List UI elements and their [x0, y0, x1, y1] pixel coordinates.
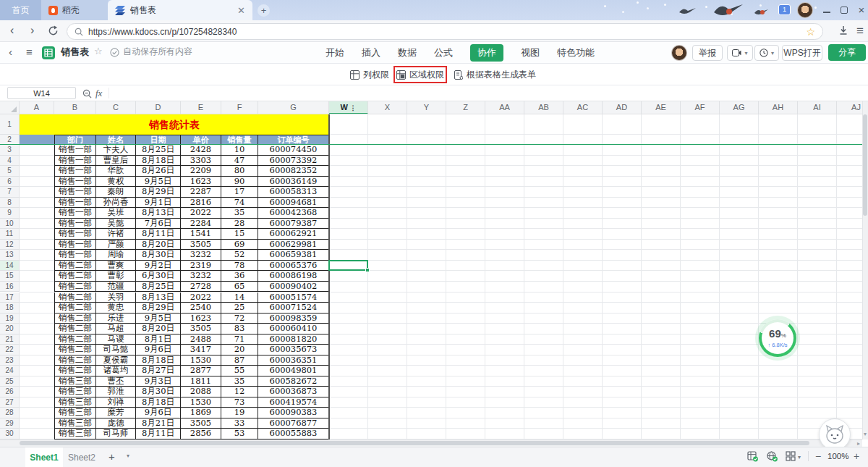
- favorite-star-icon[interactable]: ☆: [94, 46, 103, 56]
- zoom-in-button[interactable]: +: [854, 450, 859, 462]
- column-header[interactable]: AF: [681, 101, 720, 114]
- row-header[interactable]: 8: [0, 198, 20, 209]
- row-header[interactable]: 23: [0, 355, 20, 366]
- table-cell[interactable]: 78: [221, 261, 258, 272]
- table-cell[interactable]: 80: [221, 166, 258, 177]
- table-cell[interactable]: 销售一部: [54, 156, 96, 167]
- column-header[interactable]: F: [221, 101, 258, 114]
- table-cell[interactable]: 9月3日: [136, 376, 181, 387]
- table-cell[interactable]: 3417: [181, 345, 221, 355]
- table-cell[interactable]: 8月18日: [136, 156, 181, 167]
- table-cell[interactable]: 8月20日: [136, 324, 181, 335]
- table-cell[interactable]: 1623: [181, 177, 221, 188]
- zoom-out-button[interactable]: −: [815, 450, 821, 462]
- table-cell[interactable]: 1530: [181, 397, 221, 408]
- table-cell[interactable]: 黄权: [96, 177, 136, 188]
- view-switch-icon[interactable]: [786, 451, 796, 461]
- menu-data[interactable]: 数据: [398, 46, 417, 59]
- table-cell[interactable]: 90: [221, 177, 258, 188]
- column-header[interactable]: AG: [720, 101, 759, 114]
- table-cell[interactable]: 8月18日: [136, 355, 181, 366]
- table-cell[interactable]: 8月29日: [136, 303, 181, 314]
- table-cell[interactable]: 销售二部: [54, 366, 96, 376]
- row-header[interactable]: 6: [0, 177, 20, 188]
- cell-name-box[interactable]: W14: [7, 87, 76, 99]
- table-cell[interactable]: 销售二部: [54, 345, 96, 355]
- row-header[interactable]: 15: [0, 271, 20, 282]
- name-box-search-icon[interactable]: [82, 89, 92, 98]
- table-cell[interactable]: 600060410: [258, 324, 329, 335]
- open-in-wps-button[interactable]: WPS打开: [782, 45, 822, 61]
- table-cell[interactable]: 范疆: [96, 282, 136, 293]
- table-cell[interactable]: 47: [221, 156, 258, 167]
- scroll-down-arrow[interactable]: ▾: [861, 430, 868, 437]
- window-maximize-button[interactable]: [841, 7, 848, 14]
- table-cell[interactable]: 600090383: [258, 408, 329, 418]
- column-header[interactable]: W ⋮: [329, 101, 368, 114]
- add-sheet-button[interactable]: +: [109, 450, 115, 463]
- table-cell[interactable]: 秦朗: [96, 187, 136, 198]
- table-cell[interactable]: 14: [221, 293, 258, 303]
- table-cell[interactable]: 销售二部: [54, 335, 96, 345]
- table-cell[interactable]: 600058313: [258, 187, 329, 198]
- table-cell[interactable]: 销售二部: [54, 293, 96, 303]
- table-cell[interactable]: 35: [221, 208, 258, 219]
- table-cell[interactable]: 1541: [181, 229, 221, 240]
- table-cell[interactable]: 12: [221, 387, 258, 397]
- table-cell[interactable]: 卞夫人: [96, 145, 136, 156]
- back-button[interactable]: ‹: [10, 24, 14, 37]
- formula-input[interactable]: [110, 87, 862, 100]
- table-cell[interactable]: 600036873: [258, 387, 329, 397]
- table-cell[interactable]: 销售二部: [54, 261, 96, 272]
- table-cell[interactable]: 600079387: [258, 219, 329, 230]
- table-cell[interactable]: 74: [221, 198, 258, 209]
- menu-start[interactable]: 开始: [326, 46, 344, 59]
- table-cell[interactable]: 7月6日: [136, 219, 181, 230]
- fill-handle[interactable]: [365, 268, 370, 272]
- table-cell[interactable]: 销售一部: [54, 250, 96, 261]
- table-cell[interactable]: 600036149: [258, 177, 329, 188]
- table-header-cell[interactable]: 姓名: [96, 135, 136, 145]
- table-cell[interactable]: 销售一部: [54, 229, 96, 240]
- table-cell[interactable]: 2488: [181, 335, 221, 345]
- table-cell[interactable]: 曹丕: [96, 376, 136, 387]
- table-cell[interactable]: 9月6日: [136, 345, 181, 355]
- table-cell[interactable]: 600065376: [258, 261, 329, 272]
- table-header-cell[interactable]: 订单编号: [258, 135, 329, 145]
- column-menu-icon[interactable]: ⋮: [348, 104, 357, 112]
- column-header[interactable]: G: [258, 101, 329, 114]
- table-cell[interactable]: 8月11日: [136, 229, 181, 240]
- row-header[interactable]: 14: [0, 261, 20, 272]
- row-header[interactable]: 5: [0, 166, 20, 177]
- menu-formula[interactable]: 公式: [434, 46, 453, 59]
- selection-box[interactable]: [328, 260, 368, 272]
- table-cell[interactable]: 71: [221, 335, 258, 345]
- column-header[interactable]: AD: [603, 101, 642, 114]
- refresh-icon[interactable]: [48, 25, 59, 36]
- table-cell[interactable]: 销售三部: [54, 408, 96, 418]
- row-header[interactable]: 20: [0, 324, 20, 335]
- table-cell[interactable]: 刘禅: [96, 397, 136, 408]
- table-cell[interactable]: 销售二部: [54, 314, 96, 324]
- table-cell[interactable]: 9月5日: [136, 177, 181, 188]
- row-header[interactable]: 9: [0, 208, 20, 219]
- table-cell[interactable]: 销售三部: [54, 376, 96, 387]
- row-header[interactable]: 17: [0, 293, 20, 303]
- table-cell[interactable]: 销售二部: [54, 271, 96, 282]
- sheet-title-cell[interactable]: 销售统计表: [20, 114, 329, 135]
- table-header-cell[interactable]: 日期: [136, 135, 181, 145]
- spotlight-check-icon[interactable]: [747, 451, 759, 462]
- column-header[interactable]: C: [96, 101, 136, 114]
- menu-view[interactable]: 视图: [521, 46, 540, 59]
- window-minimize-button[interactable]: [823, 12, 830, 13]
- table-cell[interactable]: 17: [221, 187, 258, 198]
- row-header[interactable]: 13: [0, 250, 20, 261]
- table-cell[interactable]: 2088: [181, 387, 221, 397]
- row-header[interactable]: 27: [0, 397, 20, 408]
- table-cell[interactable]: 销售二部: [54, 324, 96, 335]
- table-cell[interactable]: 8月26日: [136, 166, 181, 177]
- table-cell[interactable]: 8月18日: [136, 397, 181, 408]
- table-cell[interactable]: 600082352: [258, 166, 329, 177]
- table-cell[interactable]: 28: [221, 219, 258, 230]
- table-cell[interactable]: 8月25日: [136, 282, 181, 293]
